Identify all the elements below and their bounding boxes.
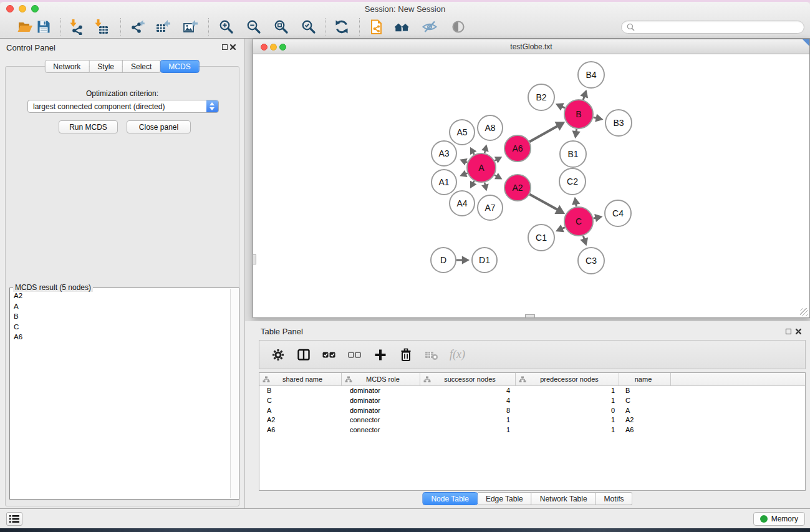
result-scrollbar[interactable] <box>230 289 238 498</box>
toolbar-separator <box>325 18 325 36</box>
graph-edge-arrowhead-icon <box>572 197 580 205</box>
criterion-select[interactable]: largest connected component (directed) <box>27 100 219 113</box>
result-item[interactable]: B <box>14 311 230 322</box>
toolbar-separator <box>60 18 61 36</box>
memory-button[interactable]: Memory <box>753 512 805 526</box>
network-window-title: testGlobe.txt <box>253 42 809 51</box>
corner-marker-icon <box>803 39 809 46</box>
save-icon[interactable] <box>34 17 53 36</box>
column-header-name[interactable]: name <box>619 373 671 385</box>
zoom-in-icon[interactable] <box>217 17 236 36</box>
graph-edge[interactable] <box>529 126 557 142</box>
main-window: Session: New Session <box>0 2 810 528</box>
table-row[interactable]: Bdominator41B <box>259 386 805 396</box>
result-item[interactable]: A <box>14 301 230 312</box>
graph-node-label: B4 <box>586 70 596 80</box>
trash-icon[interactable] <box>398 347 415 363</box>
resize-grip-icon[interactable] <box>800 308 808 316</box>
zoom-selected-icon[interactable] <box>299 17 318 36</box>
refresh-icon[interactable] <box>332 17 351 36</box>
graph-node-label: A <box>478 163 485 173</box>
import-network-icon[interactable] <box>67 17 85 36</box>
table-row[interactable]: A2connector11A2 <box>259 415 805 425</box>
open-folder-icon[interactable] <box>16 17 34 36</box>
table-cell: 1 <box>516 425 619 435</box>
tab-network-table[interactable]: Network Table <box>532 492 596 505</box>
tab-edge-table[interactable]: Edge Table <box>478 492 532 505</box>
column-header-predecessor-nodes[interactable]: predecessor nodes <box>516 373 619 385</box>
status-bar: Memory <box>0 508 810 528</box>
export-table-icon[interactable] <box>153 17 172 36</box>
task-history-button[interactable] <box>6 512 22 526</box>
graph-edge[interactable] <box>529 195 557 210</box>
tab-motifs[interactable]: Motifs <box>596 492 633 505</box>
window-header: Session: New Session <box>0 2 810 39</box>
column-header-successor-nodes[interactable]: successor nodes <box>420 373 516 385</box>
checked-boxes-icon[interactable] <box>322 347 338 363</box>
plus-icon[interactable] <box>373 347 389 363</box>
tree-icon <box>519 376 526 383</box>
table-cell: B <box>619 386 671 396</box>
table-cell: 0 <box>516 406 619 416</box>
run-mcds-button[interactable]: Run MCDS <box>59 120 118 133</box>
memory-status-icon <box>760 515 768 523</box>
eye-slash-icon[interactable] <box>420 17 439 36</box>
tab-select[interactable]: Select <box>123 60 160 73</box>
zoom-fit-icon[interactable] <box>272 17 291 36</box>
bottom-grab-handle[interactable] <box>525 314 535 318</box>
close-table-panel-icon[interactable] <box>795 328 802 335</box>
eye-icon[interactable] <box>449 17 468 36</box>
graph-node-label: B3 <box>613 118 624 128</box>
graph-edge-arrowhead-icon <box>572 130 581 138</box>
gear-icon[interactable] <box>271 347 287 363</box>
network-document-icon[interactable] <box>367 17 385 36</box>
unchecked-boxes-icon[interactable] <box>347 347 364 363</box>
node-table: shared name MCDS role successor nodes pr… <box>259 372 806 491</box>
graph-edge-arrowhead-icon <box>580 238 588 246</box>
graph-node-label: C3 <box>586 256 597 266</box>
result-item[interactable]: A6 <box>14 332 230 342</box>
graph-node-label: A6 <box>512 143 523 153</box>
column-header-mcds-role[interactable]: MCDS role <box>342 373 420 385</box>
import-table-icon[interactable] <box>92 17 110 36</box>
tree-icon <box>423 376 431 383</box>
tab-node-table[interactable]: Node Table <box>422 492 478 505</box>
table-cell: 1 <box>420 425 516 435</box>
table-cell: C <box>619 396 671 406</box>
graph-node-label: A5 <box>456 127 467 137</box>
result-item[interactable]: C <box>14 322 230 332</box>
search-input[interactable] <box>637 23 799 32</box>
column-header-shared-name[interactable]: shared name <box>259 373 342 385</box>
homes-icon[interactable] <box>393 17 412 36</box>
table-panel-header: Table Panel <box>245 321 810 339</box>
table-row[interactable]: Adominator80A <box>259 406 805 416</box>
graph-node-label: A1 <box>438 177 449 187</box>
node-table-body: Bdominator41BCdominator41CAdominator80AA… <box>259 386 805 435</box>
left-grab-handle[interactable] <box>253 254 256 264</box>
table-row[interactable]: Cdominator41C <box>259 396 805 406</box>
search-icon <box>627 23 635 31</box>
close-panel-button[interactable]: Close panel <box>127 120 191 133</box>
zoom-out-icon[interactable] <box>244 17 263 36</box>
graph-edge-arrowhead-icon <box>462 256 470 264</box>
network-canvas[interactable]: B4B2BB3A5A8A6A3B1AA1C2A2A4A7C4CC1C3DD1 <box>253 54 809 317</box>
table-cell: 4 <box>420 396 516 406</box>
network-graph[interactable]: B4B2BB3A5A8A6A3B1AA1C2A2A4A7C4CC1C3DD1 <box>253 54 809 317</box>
table-row[interactable]: A6connector11A6 <box>259 425 805 435</box>
toolbar-separator <box>208 18 209 36</box>
delete-table-icon[interactable] <box>424 347 440 363</box>
result-item[interactable]: A2 <box>14 291 230 301</box>
tab-network[interactable]: Network <box>44 60 89 73</box>
float-table-panel-icon[interactable] <box>786 329 791 334</box>
function-icon[interactable]: f(x) <box>450 348 465 361</box>
tab-style[interactable]: Style <box>89 60 123 73</box>
float-panel-icon[interactable] <box>222 44 228 50</box>
table-cell: 1 <box>516 396 619 406</box>
network-window-titlebar[interactable]: testGlobe.txt <box>253 39 809 54</box>
close-panel-icon[interactable] <box>229 44 236 51</box>
export-image-icon[interactable] <box>181 17 200 36</box>
columns-icon[interactable] <box>296 347 312 363</box>
table-toolbar: f(x) <box>259 340 806 369</box>
tab-mcds[interactable]: MCDS <box>160 60 199 73</box>
export-network-icon[interactable] <box>128 17 147 36</box>
